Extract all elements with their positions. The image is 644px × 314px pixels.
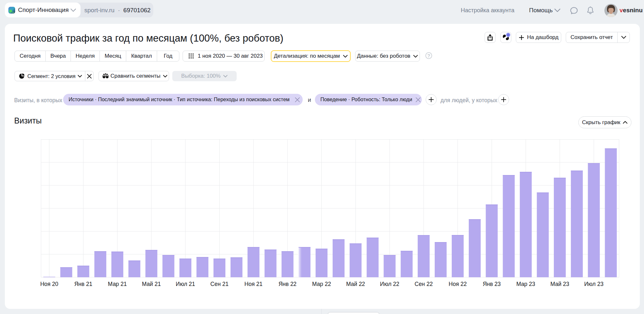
svg-text:Мар 23: Мар 23 xyxy=(516,281,535,287)
svg-text:Ноя 20: Ноя 20 xyxy=(40,281,58,287)
svg-text:Янв 22: Янв 22 xyxy=(279,281,297,287)
svg-text:Май 21: Май 21 xyxy=(142,281,161,287)
svg-text:Май 22: Май 22 xyxy=(346,281,365,287)
svg-text:Май 23: Май 23 xyxy=(550,281,569,287)
svg-text:Янв 23: Янв 23 xyxy=(483,281,501,287)
svg-text:Июл 23: Июл 23 xyxy=(584,281,603,287)
svg-text:Мар 21: Мар 21 xyxy=(108,281,127,287)
svg-text:Ноя 22: Ноя 22 xyxy=(449,281,467,287)
svg-text:Янв 21: Янв 21 xyxy=(74,281,92,287)
svg-text:Сен 21: Сен 21 xyxy=(210,281,228,287)
svg-text:Ноя 21: Ноя 21 xyxy=(244,281,262,287)
svg-text:Июл 21: Июл 21 xyxy=(176,281,195,287)
svg-text:Мар 22: Мар 22 xyxy=(312,281,331,287)
svg-text:Июл 22: Июл 22 xyxy=(380,281,399,287)
svg-text:Сен 22: Сен 22 xyxy=(415,281,433,287)
